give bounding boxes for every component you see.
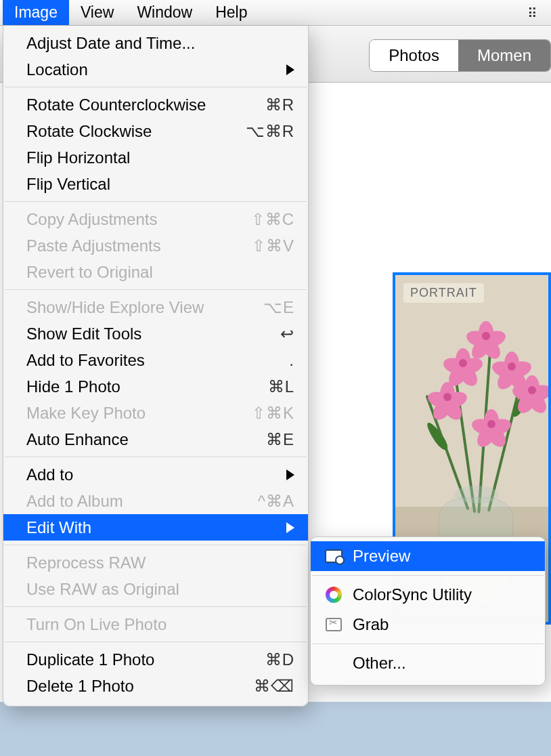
menu-item-edit-with[interactable]: Edit With xyxy=(3,514,308,541)
submenu-item-colorsync-utility[interactable]: ColorSync Utility xyxy=(311,580,545,610)
menu-item-shortcut: ⌘D xyxy=(247,650,294,669)
menu-item-label: Rotate Counterclockwise xyxy=(26,96,247,114)
menu-item-shortcut: ⌥E xyxy=(247,298,294,317)
menu-item-label: Delete 1 Photo xyxy=(26,677,247,696)
menu-item-label: Show Edit Tools xyxy=(26,324,247,343)
menu-item-label: Flip Vertical xyxy=(26,175,294,194)
segment-moments[interactable]: Momen xyxy=(458,40,550,71)
segment-photos[interactable]: Photos xyxy=(370,40,458,71)
menu-item-adjust-date-and-time[interactable]: Adjust Date and Time... xyxy=(3,30,308,56)
chevron-right-icon xyxy=(286,64,294,75)
menu-item-label: Paste Adjustments xyxy=(26,236,247,255)
menu-item-label: Show/Hide Explore View xyxy=(26,298,247,317)
menu-item-flip-horizontal[interactable]: Flip Horizontal xyxy=(3,144,308,171)
menu-separator xyxy=(312,644,544,644)
menu-item-shortcut: ⌥⌘R xyxy=(246,122,294,141)
preview-icon xyxy=(324,547,343,566)
menu-item-label: Turn On Live Photo xyxy=(26,615,294,634)
menu-item-make-key-photo: Make Key Photo⇧⌘K xyxy=(3,400,308,426)
menu-item-label: Edit With xyxy=(26,518,280,537)
menubar-item-help[interactable]: Help xyxy=(204,0,259,25)
bottom-bar xyxy=(0,702,551,756)
menubar-item-image[interactable]: Image xyxy=(3,0,69,25)
submenu-item-other[interactable]: Other... xyxy=(311,648,545,678)
menu-item-label: Revert to Original xyxy=(26,263,294,282)
menu-item-label: Flip Horizontal xyxy=(26,148,294,167)
menu-item-shortcut: ⌘⌫ xyxy=(247,677,294,696)
menu-item-add-to-favorites[interactable]: Add to Favorites. xyxy=(3,347,308,373)
grab-icon xyxy=(324,615,343,634)
menu-separator xyxy=(5,201,307,202)
menu-item-revert-to-original: Revert to Original xyxy=(3,259,308,285)
menu-item-label: Auto Enhance xyxy=(26,430,247,449)
edit-with-submenu: PreviewColorSync UtilityGrabOther... xyxy=(310,537,546,686)
submenu-item-label: Other... xyxy=(353,654,406,673)
menu-item-label: Hide 1 Photo xyxy=(26,377,247,396)
menu-item-label: Location xyxy=(26,60,280,79)
menu-item-rotate-clockwise[interactable]: Rotate Clockwise⌥⌘R xyxy=(3,118,308,144)
menu-item-turn-on-live-photo: Turn On Live Photo xyxy=(3,611,308,637)
menu-item-shortcut: ⌘R xyxy=(247,96,294,114)
chevron-right-icon xyxy=(286,469,294,480)
menu-separator xyxy=(312,575,544,576)
menubar-item-view[interactable]: View xyxy=(69,0,125,25)
menu-item-shortcut: ^⌘A xyxy=(247,492,294,511)
menubar-item-window[interactable]: Window xyxy=(125,0,204,25)
menu-item-duplicate-1-photo[interactable]: Duplicate 1 Photo⌘D xyxy=(3,646,308,673)
menu-item-add-to[interactable]: Add to xyxy=(3,461,308,488)
menu-item-paste-adjustments: Paste Adjustments⇧⌘V xyxy=(3,232,308,259)
chevron-right-icon xyxy=(286,522,294,533)
menu-item-show-hide-explore-view: Show/Hide Explore View⌥E xyxy=(3,294,308,320)
submenu-item-preview[interactable]: Preview xyxy=(311,541,545,571)
submenu-item-label: Preview xyxy=(353,547,410,566)
menu-item-location[interactable]: Location xyxy=(3,56,308,83)
colorsync-icon xyxy=(324,585,343,604)
menu-item-flip-vertical[interactable]: Flip Vertical xyxy=(3,171,308,197)
menu-item-label: Add to Album xyxy=(26,492,247,511)
menu-item-shortcut: ⌘L xyxy=(247,377,294,396)
menu-item-label: Reprocess RAW xyxy=(26,553,294,572)
menu-item-show-edit-tools[interactable]: Show Edit Tools↩ xyxy=(3,320,308,347)
menu-item-auto-enhance[interactable]: Auto Enhance⌘E xyxy=(3,426,308,453)
menu-separator xyxy=(5,289,307,290)
menu-item-label: Add to Favorites xyxy=(26,351,247,370)
menu-item-label: Make Key Photo xyxy=(26,404,247,423)
menu-item-label: Use RAW as Original xyxy=(26,580,294,599)
menu-separator xyxy=(5,87,307,87)
menu-item-shortcut: ⇧⌘K xyxy=(247,404,294,423)
portrait-badge: PORTRAIT xyxy=(403,283,484,303)
menu-separator xyxy=(5,642,307,642)
menu-item-label: Rotate Clockwise xyxy=(26,122,246,141)
menubar: ImageViewWindowHelp⠿ xyxy=(0,0,551,26)
image-menu-dropdown: Adjust Date and Time...LocationRotate Co… xyxy=(3,26,309,707)
submenu-item-label: Grab xyxy=(353,615,389,634)
menu-item-delete-1-photo[interactable]: Delete 1 Photo⌘⌫ xyxy=(3,673,308,699)
menu-separator xyxy=(5,457,307,457)
menu-item-copy-adjustments: Copy Adjustments⇧⌘C xyxy=(3,206,308,232)
menu-item-hide-1-photo[interactable]: Hide 1 Photo⌘L xyxy=(3,373,308,400)
menu-item-shortcut: ⇧⌘C xyxy=(247,210,294,229)
menu-item-rotate-counterclockwise[interactable]: Rotate Counterclockwise⌘R xyxy=(3,91,308,118)
menu-separator xyxy=(5,545,307,545)
menu-item-use-raw-as-original: Use RAW as Original xyxy=(3,576,308,602)
menu-item-add-to-album: Add to Album^⌘A xyxy=(3,488,308,514)
view-segmented-control[interactable]: Photos Momen xyxy=(369,39,551,72)
menu-item-shortcut: ⇧⌘V xyxy=(247,236,294,255)
menu-item-shortcut: ↩ xyxy=(247,324,294,343)
dropbox-icon[interactable]: ⠿ xyxy=(514,3,551,22)
submenu-item-label: ColorSync Utility xyxy=(353,585,472,604)
menu-item-label: Duplicate 1 Photo xyxy=(26,650,247,669)
menu-item-label: Adjust Date and Time... xyxy=(26,34,294,53)
menu-item-shortcut: ⌘E xyxy=(247,430,294,449)
menu-separator xyxy=(5,606,307,607)
menu-item-label: Copy Adjustments xyxy=(26,210,247,229)
blank-icon xyxy=(324,654,343,673)
submenu-item-grab[interactable]: Grab xyxy=(311,610,545,639)
menu-item-reprocess-raw: Reprocess RAW xyxy=(3,549,308,576)
menu-item-shortcut: . xyxy=(247,351,294,370)
menu-item-label: Add to xyxy=(26,465,280,484)
